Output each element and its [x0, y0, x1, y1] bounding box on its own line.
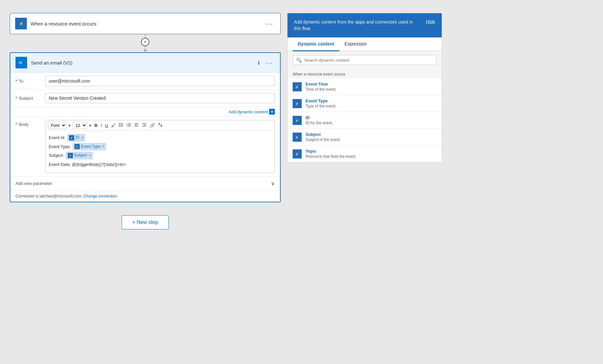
trigger-title: When a resource event occurs — [31, 21, 260, 26]
add-param-row: Add new parameter ∨ — [10, 177, 280, 191]
event-type-prefix: Event Type: — [49, 143, 71, 150]
align-left-button[interactable] — [133, 122, 140, 129]
token-id-remove[interactable]: × — [81, 135, 83, 141]
dynamic-item-name-1: Event Type — [306, 98, 437, 103]
new-step-button[interactable]: + New step — [122, 215, 169, 229]
token-event-type-remove[interactable]: × — [102, 143, 104, 150]
dynamic-item[interactable]: ⚡ Event Time Time of the event. — [287, 78, 442, 95]
svg-text:⚡: ⚡ — [295, 135, 299, 139]
connector: + — [141, 34, 149, 52]
trigger-more-button[interactable]: ··· — [264, 19, 275, 28]
svg-point-8 — [119, 126, 120, 127]
highlight-button[interactable]: 🖊 — [110, 122, 117, 128]
subject-prefix: Subject: — [49, 152, 64, 159]
add-step-button[interactable]: + — [141, 38, 149, 46]
subject-required-star: * — [15, 96, 17, 101]
plus-icon: + — [144, 39, 146, 45]
svg-point-6 — [119, 125, 120, 126]
svg-text:⚡: ⚡ — [295, 102, 299, 106]
svg-text:⚡: ⚡ — [69, 154, 72, 157]
italic-button[interactable]: I — [99, 122, 103, 128]
panel-header-text: Add dynamic content from the apps and co… — [294, 19, 421, 32]
add-dynamic-button[interactable]: Add dynamic content + — [229, 109, 275, 115]
dynamic-item[interactable]: ⚡ Event Type Type of the event. — [287, 95, 442, 112]
subject-input[interactable] — [45, 93, 275, 103]
token-id[interactable]: ⚡ ID × — [67, 134, 85, 142]
svg-text:3.: 3. — [126, 125, 128, 127]
add-dynamic-row: Add dynamic content + — [10, 107, 280, 117]
tab-dynamic-content[interactable]: Dynamic content — [293, 37, 339, 51]
token-id-icon: ⚡ — [69, 135, 74, 140]
token-event-type[interactable]: ⚡ Event Type × — [73, 143, 106, 151]
toolbar-chevron: ▼ — [68, 124, 71, 127]
dynamic-item-desc-3: Subject of the event. — [306, 137, 437, 142]
dynamic-item-icon-1: ⚡ — [293, 99, 302, 108]
search-input[interactable] — [304, 58, 433, 63]
dynamic-item-icon-4: ⚡ — [293, 149, 302, 158]
flow-canvas: ⚡ When a resource event occurs ··· + ✉ S… — [10, 13, 281, 351]
editor-content[interactable]: Event Id: ⚡ ID × Event Type: — [45, 131, 275, 173]
svg-text:⚡: ⚡ — [75, 145, 78, 148]
to-required-star: * — [15, 79, 17, 84]
editor-toolbar: Font ▼ 12 ▼ B I U 🖊 — [45, 120, 275, 131]
token-subject-remove[interactable]: × — [89, 152, 91, 159]
unordered-list-button[interactable] — [117, 122, 125, 129]
dynamic-item-name-4: Topic — [306, 149, 437, 154]
action-icon: ✉ — [15, 57, 27, 68]
body-line-2: Event Type: ⚡ Event Type × — [49, 143, 271, 151]
svg-text:⚡: ⚡ — [295, 85, 299, 89]
action-info-button[interactable]: ℹ — [258, 60, 260, 66]
event-id-prefix: Event Id: — [49, 134, 65, 141]
token-event-type-icon: ⚡ — [75, 144, 80, 149]
dynamic-item[interactable]: ⚡ Subject Subject of the event. — [287, 129, 442, 146]
dynamic-item-icon-3: ⚡ — [293, 133, 302, 142]
connector-line-bottom — [145, 46, 146, 50]
dynamic-item-desc-0: Time of the event. — [306, 87, 437, 92]
unlink-button[interactable] — [157, 122, 164, 129]
token-subject[interactable]: ⚡ Subject × — [66, 152, 93, 159]
bold-button[interactable]: B — [93, 122, 99, 128]
connector-line-top — [145, 34, 146, 38]
to-label: * To — [15, 79, 41, 84]
add-param-label: Add new parameter — [15, 181, 52, 186]
connector-arrow — [143, 50, 147, 52]
action-header: ✉ Send an email (V2) ℹ ··· — [10, 53, 280, 73]
svg-text:⚡: ⚡ — [19, 21, 24, 26]
search-icon: 🔍 — [296, 57, 302, 63]
dynamic-item-name-3: Subject — [306, 132, 437, 137]
svg-text:⚡: ⚡ — [295, 118, 299, 123]
body-line-4: Event Data: @{triggerBody()?['data']}<br… — [49, 161, 271, 168]
underline-button[interactable]: U — [104, 122, 109, 128]
panel-tabs: Dynamic content Expression — [287, 37, 442, 51]
hide-panel-button[interactable]: Hide — [426, 19, 435, 24]
to-input[interactable] — [45, 76, 275, 86]
svg-point-4 — [119, 123, 120, 124]
body-line-3: Subject: ⚡ Subject × — [49, 152, 271, 159]
connected-text: Connected to jalichwa@microsoft.com. — [15, 194, 83, 198]
link-button[interactable]: 🔗 — [148, 122, 156, 128]
dynamic-content-panel: Add dynamic content from the apps and co… — [287, 13, 442, 163]
panel-header: Add dynamic content from the apps and co… — [287, 13, 442, 37]
ordered-list-button[interactable]: 1.2.3. — [125, 122, 132, 129]
subject-label: * Subject — [15, 96, 41, 101]
token-subject-icon: ⚡ — [68, 153, 73, 158]
add-param-chevron-button[interactable]: ∨ — [271, 180, 275, 187]
font-size-select[interactable]: 12 — [73, 122, 87, 129]
align-right-button[interactable] — [141, 122, 148, 129]
dynamic-item[interactable]: ⚡ ID ID for the event. — [287, 112, 442, 129]
dynamic-item[interactable]: ⚡ Topic Resource that fired the event. — [287, 146, 442, 162]
search-row: 🔍 — [287, 51, 442, 69]
action-more-button[interactable]: ··· — [264, 58, 275, 67]
token-event-type-label: Event Type — [81, 143, 100, 150]
subject-row: * Subject — [10, 90, 280, 107]
body-editor[interactable]: Font ▼ 12 ▼ B I U 🖊 — [45, 120, 275, 173]
token-id-label: ID — [75, 134, 79, 141]
change-connection-link[interactable]: Change connection. — [84, 194, 118, 198]
font-select[interactable]: Font — [48, 122, 66, 129]
action-card: ✉ Send an email (V2) ℹ ··· * To * Subjec… — [10, 52, 281, 202]
tab-expression[interactable]: Expression — [339, 37, 372, 51]
dynamic-item-icon-2: ⚡ — [293, 116, 302, 125]
dynamic-item-name-0: Event Time — [306, 82, 437, 86]
action-title: Send an email (V2) — [31, 60, 254, 66]
dynamic-item-name-2: ID — [306, 115, 437, 120]
